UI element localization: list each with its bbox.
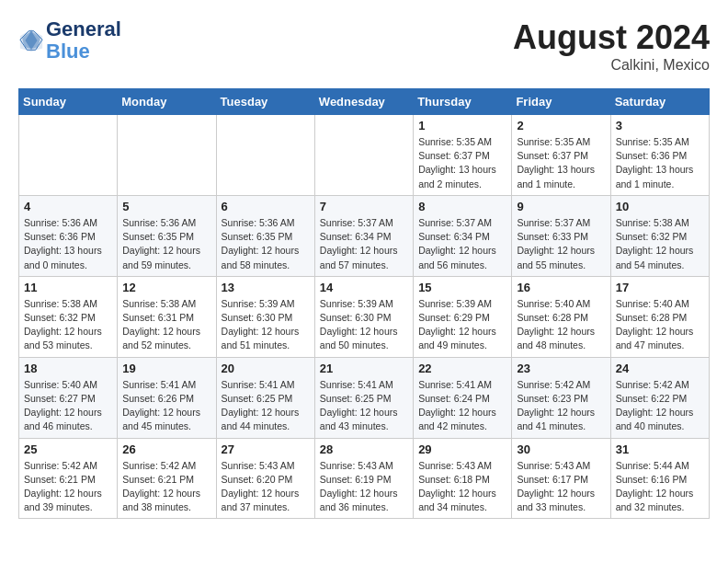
title-block: August 2024 Calkini, Mexico (513, 18, 710, 74)
month-year: August 2024 (513, 18, 710, 57)
day-number: 24 (616, 362, 704, 375)
calendar-week-5: 25Sunrise: 5:42 AM Sunset: 6:21 PM Dayli… (19, 438, 710, 519)
day-info: Sunrise: 5:37 AM Sunset: 6:33 PM Dayligh… (517, 216, 605, 272)
day-info: Sunrise: 5:43 AM Sunset: 6:19 PM Dayligh… (320, 459, 408, 515)
calendar-week-1: 1Sunrise: 5:35 AM Sunset: 6:37 PM Daylig… (19, 115, 710, 196)
day-number: 30 (517, 442, 605, 456)
logo-icon (18, 28, 44, 53)
day-number: 20 (222, 362, 310, 375)
day-number: 10 (616, 200, 704, 213)
calendar-day-5: 5Sunrise: 5:36 AM Sunset: 6:35 PM Daylig… (118, 195, 216, 276)
day-info: Sunrise: 5:40 AM Sunset: 6:28 PM Dayligh… (517, 297, 605, 353)
day-number: 18 (24, 362, 112, 375)
calendar-day-10: 10Sunrise: 5:38 AM Sunset: 6:32 PM Dayli… (610, 195, 709, 276)
calendar-day-12: 12Sunrise: 5:38 AM Sunset: 6:31 PM Dayli… (118, 276, 216, 357)
day-number: 29 (418, 442, 506, 456)
day-info: Sunrise: 5:43 AM Sunset: 6:17 PM Dayligh… (517, 459, 605, 515)
calendar-day-1: 1Sunrise: 5:35 AM Sunset: 6:37 PM Daylig… (414, 115, 512, 196)
calendar-day-23: 23Sunrise: 5:42 AM Sunset: 6:23 PM Dayli… (512, 357, 610, 438)
day-info: Sunrise: 5:41 AM Sunset: 6:25 PM Dayligh… (320, 378, 408, 434)
calendar-header: SundayMondayTuesdayWednesdayThursdayFrid… (19, 89, 710, 115)
day-info: Sunrise: 5:42 AM Sunset: 6:22 PM Dayligh… (616, 378, 704, 434)
day-number: 28 (320, 442, 408, 456)
calendar-day-15: 15Sunrise: 5:39 AM Sunset: 6:29 PM Dayli… (414, 276, 512, 357)
logo-text: GeneralBlue (46, 18, 121, 63)
day-number: 7 (320, 200, 408, 213)
calendar-day-27: 27Sunrise: 5:43 AM Sunset: 6:20 PM Dayli… (216, 438, 314, 519)
day-info: Sunrise: 5:44 AM Sunset: 6:16 PM Dayligh… (616, 459, 704, 515)
day-number: 6 (222, 200, 310, 213)
calendar-week-2: 4Sunrise: 5:36 AM Sunset: 6:36 PM Daylig… (19, 195, 710, 276)
calendar-day-4: 4Sunrise: 5:36 AM Sunset: 6:36 PM Daylig… (19, 195, 118, 276)
day-number: 17 (616, 281, 704, 294)
day-info: Sunrise: 5:36 AM Sunset: 6:36 PM Dayligh… (24, 216, 112, 272)
calendar-day-17: 17Sunrise: 5:40 AM Sunset: 6:28 PM Dayli… (610, 276, 709, 357)
calendar-day-31: 31Sunrise: 5:44 AM Sunset: 6:16 PM Dayli… (610, 438, 709, 519)
day-number: 9 (517, 200, 605, 213)
calendar-day-13: 13Sunrise: 5:39 AM Sunset: 6:30 PM Dayli… (216, 276, 314, 357)
calendar-day-29: 29Sunrise: 5:43 AM Sunset: 6:18 PM Dayli… (414, 438, 512, 519)
header-day-sunday: Sunday (19, 89, 118, 115)
day-info: Sunrise: 5:41 AM Sunset: 6:25 PM Dayligh… (222, 378, 310, 434)
calendar-body: 1Sunrise: 5:35 AM Sunset: 6:37 PM Daylig… (19, 115, 710, 519)
calendar-day-11: 11Sunrise: 5:38 AM Sunset: 6:32 PM Dayli… (19, 276, 118, 357)
day-info: Sunrise: 5:41 AM Sunset: 6:26 PM Dayligh… (122, 378, 210, 434)
calendar-day-28: 28Sunrise: 5:43 AM Sunset: 6:19 PM Dayli… (314, 438, 413, 519)
empty-cell (118, 115, 216, 196)
header-day-friday: Friday (512, 89, 610, 115)
day-number: 5 (122, 200, 210, 213)
day-number: 8 (418, 200, 506, 213)
day-info: Sunrise: 5:40 AM Sunset: 6:27 PM Dayligh… (24, 378, 112, 434)
day-info: Sunrise: 5:40 AM Sunset: 6:28 PM Dayligh… (616, 297, 704, 353)
day-number: 14 (320, 281, 408, 294)
empty-cell (314, 115, 413, 196)
calendar-table: SundayMondayTuesdayWednesdayThursdayFrid… (18, 88, 710, 519)
calendar-day-19: 19Sunrise: 5:41 AM Sunset: 6:26 PM Dayli… (118, 357, 216, 438)
calendar-day-3: 3Sunrise: 5:35 AM Sunset: 6:36 PM Daylig… (610, 115, 709, 196)
day-number: 19 (122, 362, 210, 375)
calendar-week-3: 11Sunrise: 5:38 AM Sunset: 6:32 PM Dayli… (19, 276, 710, 357)
calendar-day-26: 26Sunrise: 5:42 AM Sunset: 6:21 PM Dayli… (118, 438, 216, 519)
day-info: Sunrise: 5:36 AM Sunset: 6:35 PM Dayligh… (222, 216, 310, 272)
day-number: 3 (616, 119, 704, 132)
logo: GeneralBlue (18, 18, 121, 63)
day-number: 2 (517, 119, 605, 132)
day-number: 4 (24, 200, 112, 213)
calendar-day-7: 7Sunrise: 5:37 AM Sunset: 6:34 PM Daylig… (314, 195, 413, 276)
header-day-wednesday: Wednesday (314, 89, 413, 115)
day-info: Sunrise: 5:39 AM Sunset: 6:30 PM Dayligh… (320, 297, 408, 353)
header-row: SundayMondayTuesdayWednesdayThursdayFrid… (19, 89, 710, 115)
calendar-day-16: 16Sunrise: 5:40 AM Sunset: 6:28 PM Dayli… (512, 276, 610, 357)
calendar-day-30: 30Sunrise: 5:43 AM Sunset: 6:17 PM Dayli… (512, 438, 610, 519)
empty-cell (216, 115, 314, 196)
day-info: Sunrise: 5:38 AM Sunset: 6:32 PM Dayligh… (24, 297, 112, 353)
day-number: 12 (122, 281, 210, 294)
day-number: 13 (222, 281, 310, 294)
header-day-tuesday: Tuesday (216, 89, 314, 115)
calendar-day-8: 8Sunrise: 5:37 AM Sunset: 6:34 PM Daylig… (414, 195, 512, 276)
day-number: 25 (24, 442, 112, 456)
day-info: Sunrise: 5:37 AM Sunset: 6:34 PM Dayligh… (418, 216, 506, 272)
day-info: Sunrise: 5:38 AM Sunset: 6:32 PM Dayligh… (616, 216, 704, 272)
calendar-day-2: 2Sunrise: 5:35 AM Sunset: 6:37 PM Daylig… (512, 115, 610, 196)
day-number: 27 (222, 442, 310, 456)
day-number: 11 (24, 281, 112, 294)
calendar-day-24: 24Sunrise: 5:42 AM Sunset: 6:22 PM Dayli… (610, 357, 709, 438)
day-info: Sunrise: 5:42 AM Sunset: 6:21 PM Dayligh… (24, 459, 112, 515)
day-number: 15 (418, 281, 506, 294)
empty-cell (19, 115, 118, 196)
day-info: Sunrise: 5:39 AM Sunset: 6:29 PM Dayligh… (418, 297, 506, 353)
calendar-week-4: 18Sunrise: 5:40 AM Sunset: 6:27 PM Dayli… (19, 357, 710, 438)
day-info: Sunrise: 5:35 AM Sunset: 6:37 PM Dayligh… (517, 135, 605, 191)
day-info: Sunrise: 5:43 AM Sunset: 6:18 PM Dayligh… (418, 459, 506, 515)
day-info: Sunrise: 5:41 AM Sunset: 6:24 PM Dayligh… (418, 378, 506, 434)
day-number: 16 (517, 281, 605, 294)
day-info: Sunrise: 5:38 AM Sunset: 6:31 PM Dayligh… (122, 297, 210, 353)
calendar-day-22: 22Sunrise: 5:41 AM Sunset: 6:24 PM Dayli… (414, 357, 512, 438)
day-info: Sunrise: 5:39 AM Sunset: 6:30 PM Dayligh… (222, 297, 310, 353)
day-number: 26 (122, 442, 210, 456)
day-number: 23 (517, 362, 605, 375)
calendar-day-21: 21Sunrise: 5:41 AM Sunset: 6:25 PM Dayli… (314, 357, 413, 438)
day-info: Sunrise: 5:35 AM Sunset: 6:37 PM Dayligh… (418, 135, 506, 191)
location: Calkini, Mexico (513, 57, 710, 74)
